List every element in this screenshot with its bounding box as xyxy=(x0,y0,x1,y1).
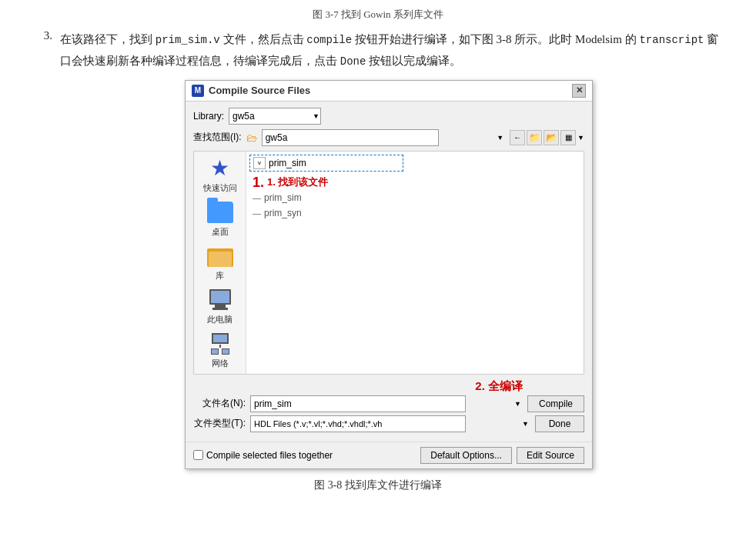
path-input[interactable] xyxy=(262,129,439,146)
modelsim-icon: M xyxy=(192,85,204,97)
code-prim-sim: prim_sim.v xyxy=(156,34,220,46)
dialog-title: Compile Source Files xyxy=(209,85,310,96)
figure-caption-top: 图 3-7 找到 Gowin 系列库文件 xyxy=(31,8,725,22)
sidebar-item-quick-access[interactable]: ★ 快速访问 xyxy=(203,156,237,194)
back-button[interactable]: ← xyxy=(510,130,525,145)
close-button[interactable]: ✕ xyxy=(572,84,586,98)
filename-input[interactable] xyxy=(250,395,466,412)
titlebar-left: M Compile Source Files xyxy=(192,85,310,97)
dialog-body: Library: ▼ 查找范围(I): 🗁 ▼ ← 📁 xyxy=(186,102,592,442)
filename-select-wrapper: ▼ xyxy=(250,395,523,412)
filetype-label: 文件类型(T): xyxy=(193,417,246,430)
annotation-number: 1. xyxy=(253,175,264,191)
folder-icon: 🗁 xyxy=(246,132,257,144)
file-list: v 1. 1. 找到该文件 — prim_sim — xyxy=(246,152,584,374)
search-range-row: 查找范围(I): 🗁 ▼ ← 📁 📂 ▦ ▼ xyxy=(193,129,584,146)
dialog-footer: Compile selected files together Default … xyxy=(186,442,592,468)
dialog-titlebar: M Compile Source Files ✕ xyxy=(186,81,592,102)
file-name-edit-input[interactable] xyxy=(269,158,369,168)
step-3: 3. 在该路径下，找到 prim_sim.v 文件，然后点击 compile 按… xyxy=(31,29,725,72)
library-icon xyxy=(206,244,234,268)
code-transcript: transcript xyxy=(639,34,704,46)
file-item-prim-syn[interactable]: — prim_syn xyxy=(249,206,580,220)
path-select-wrapper: ▼ xyxy=(262,129,505,146)
sidebar: ★ 快速访问 桌面 xyxy=(194,152,246,374)
step-text: 在该路径下，找到 prim_sim.v 文件，然后点击 compile 按钮开始… xyxy=(60,29,725,72)
network-label: 网络 xyxy=(212,358,229,369)
sidebar-item-computer[interactable]: 此电脑 xyxy=(206,288,234,325)
compile-together-checkbox-label[interactable]: Compile selected files together xyxy=(193,450,333,461)
library-label-sidebar: 库 xyxy=(216,270,224,282)
sidebar-item-desktop[interactable]: 桌面 xyxy=(206,200,234,238)
sidebar-item-library[interactable]: 库 xyxy=(206,244,234,282)
dash-icon-2: — xyxy=(253,208,261,218)
desktop-icon xyxy=(206,200,234,225)
annotation-row: 1. 1. 找到该文件 xyxy=(253,175,580,191)
file-browser: ★ 快速访问 桌面 xyxy=(193,151,584,375)
computer-label: 此电脑 xyxy=(207,314,232,325)
step2-annotation-row: 2. 全编译 xyxy=(193,379,584,394)
default-options-button[interactable]: Default Options... xyxy=(420,447,512,464)
done-button[interactable]: Done xyxy=(535,415,584,432)
compile-together-text: Compile selected files together xyxy=(206,450,333,461)
footer-buttons: Default Options... Edit Source xyxy=(420,447,584,464)
compile-button[interactable]: Compile xyxy=(527,395,584,412)
step-number: 3. xyxy=(31,29,52,72)
edit-source-button[interactable]: Edit Source xyxy=(517,447,584,464)
new-folder-button[interactable]: 📁 xyxy=(527,130,542,145)
code-compile: compile xyxy=(306,34,352,46)
library-select-wrapper: ▼ xyxy=(229,108,321,125)
filetype-select-wrapper: ▼ xyxy=(250,415,530,432)
compile-together-checkbox[interactable] xyxy=(193,450,203,460)
file-item-prim-sim-selected[interactable]: v xyxy=(249,155,403,172)
file-name-prim-sim-2: prim_sim xyxy=(264,192,302,203)
toolbar-icons: ← 📁 📂 ▦ ▼ xyxy=(510,130,584,145)
filetype-input[interactable] xyxy=(250,415,466,432)
dash-icon-1: — xyxy=(253,193,261,202)
network-icon xyxy=(206,332,234,356)
compile-source-files-dialog: M Compile Source Files ✕ Library: ▼ 查找范围… xyxy=(185,80,593,469)
search-range-label: 查找范围(I): xyxy=(193,131,242,144)
file-name-prim-syn: prim_syn xyxy=(264,208,302,218)
dialog-wrapper: M Compile Source Files ✕ Library: ▼ 查找范围… xyxy=(52,80,725,469)
filename-row: 文件名(N): ▼ Compile xyxy=(193,395,584,412)
annotation-text: 1. 找到该文件 xyxy=(267,175,328,189)
sidebar-item-network[interactable]: 网络 xyxy=(206,332,234,369)
step2-annotation: 2. 全编译 xyxy=(475,379,523,394)
dropdown-arrow: ▼ xyxy=(577,134,584,142)
verilog-file-icon: v xyxy=(253,157,266,169)
code-done: Done xyxy=(340,55,366,68)
view-button[interactable]: ▦ xyxy=(560,130,576,145)
library-label: Library: xyxy=(193,111,224,122)
desktop-label: 桌面 xyxy=(212,226,229,238)
library-input[interactable] xyxy=(229,108,321,125)
figure-caption-bottom: 图 3-8 找到库文件进行编译 xyxy=(31,478,725,492)
star-icon: ★ xyxy=(206,156,234,181)
filename-label: 文件名(N): xyxy=(193,397,246,410)
file-item-prim-sim-2[interactable]: — prim_sim xyxy=(249,191,580,205)
filetype-row: 文件类型(T): ▼ Done xyxy=(193,415,584,432)
computer-icon xyxy=(206,288,234,312)
footer-left: Compile selected files together xyxy=(193,450,333,461)
quick-access-label: 快速访问 xyxy=(203,182,237,194)
library-row: Library: ▼ xyxy=(193,108,584,125)
folder-up-button[interactable]: 📂 xyxy=(544,130,559,145)
